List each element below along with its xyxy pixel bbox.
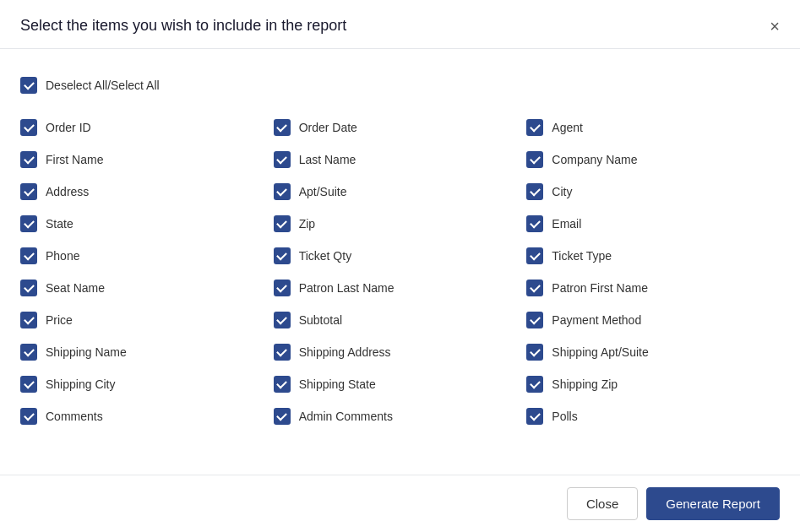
close-icon[interactable]: × [770, 18, 780, 35]
shipping-name-label: Shipping Name [46, 345, 127, 359]
shipping-city-label: Shipping City [46, 377, 116, 391]
checkbox-order-date-input[interactable] [274, 119, 291, 136]
zip-label: Zip [299, 217, 315, 231]
checkbox-comments-input[interactable] [20, 408, 37, 425]
generate-report-button[interactable]: Generate Report [646, 487, 780, 520]
checkbox-ticket-qty[interactable]: Ticket Qty [274, 240, 527, 272]
checkbox-shipping-address-input[interactable] [274, 344, 291, 361]
checkbox-order-id[interactable]: Order ID [20, 111, 274, 144]
shipping-state-label: Shipping State [299, 377, 376, 391]
shipping-apt-suite-label: Shipping Apt/Suite [552, 345, 648, 359]
checkbox-subtotal[interactable]: Subtotal [274, 304, 527, 336]
order-date-label: Order Date [299, 121, 357, 134]
checkbox-admin-comments[interactable]: Admin Comments [274, 400, 527, 432]
checkbox-subtotal-input[interactable] [274, 312, 291, 328]
checkbox-first-name[interactable]: First Name [20, 144, 274, 176]
modal-overlay: Select the items you wish to include in … [0, 0, 800, 532]
company-name-label: Company Name [552, 153, 637, 166]
apt-suite-label: Apt/Suite [299, 185, 347, 198]
address-label: Address [46, 185, 89, 198]
items-grid: Deselect All/Select All Order ID Order D… [20, 69, 780, 432]
checkbox-admin-comments-input[interactable] [274, 408, 291, 425]
seat-name-label: Seat Name [46, 281, 105, 295]
ticket-qty-label: Ticket Qty [299, 249, 352, 263]
checkbox-phone-input[interactable] [20, 247, 37, 264]
patron-first-name-label: Patron First Name [552, 281, 648, 295]
checkbox-payment-method[interactable]: Payment Method [526, 304, 780, 336]
checkbox-apt-suite-input[interactable] [274, 183, 291, 200]
checkbox-polls-input[interactable] [526, 408, 543, 425]
admin-comments-label: Admin Comments [299, 410, 393, 423]
agent-label: Agent [552, 121, 583, 134]
checkbox-shipping-state[interactable]: Shipping State [274, 368, 527, 400]
checkbox-email-input[interactable] [526, 215, 543, 232]
deselect-all-label: Deselect All/Select All [46, 79, 160, 92]
comments-label: Comments [46, 410, 103, 423]
checkbox-first-name-input[interactable] [20, 151, 37, 168]
modal: Select the items you wish to include in … [0, 0, 800, 532]
checkbox-deselect-all-input[interactable] [20, 77, 37, 94]
checkbox-ticket-type-input[interactable] [526, 247, 543, 264]
city-label: City [552, 185, 572, 198]
checkbox-shipping-zip[interactable]: Shipping Zip [526, 368, 780, 400]
checkbox-comments[interactable]: Comments [20, 400, 274, 432]
checkbox-patron-first-name-input[interactable] [526, 280, 543, 296]
checkbox-shipping-state-input[interactable] [274, 376, 291, 393]
checkbox-state[interactable]: State [20, 208, 274, 240]
order-id-label: Order ID [46, 121, 91, 134]
state-label: State [46, 217, 73, 231]
checkbox-agent[interactable]: Agent [526, 111, 780, 144]
checkbox-price[interactable]: Price [20, 304, 274, 336]
ticket-type-label: Ticket Type [552, 249, 612, 263]
checkbox-company-name-input[interactable] [526, 151, 543, 168]
checkbox-patron-first-name[interactable]: Patron First Name [526, 272, 780, 304]
checkbox-polls[interactable]: Polls [526, 400, 780, 432]
email-label: Email [552, 217, 581, 231]
checkbox-apt-suite[interactable]: Apt/Suite [274, 176, 527, 208]
checkbox-order-id-input[interactable] [20, 119, 37, 136]
checkbox-email[interactable]: Email [526, 208, 780, 240]
checkbox-seat-name-input[interactable] [20, 280, 37, 296]
first-name-label: First Name [46, 153, 103, 166]
checkbox-zip-input[interactable] [274, 215, 291, 232]
checkbox-shipping-city-input[interactable] [20, 376, 37, 393]
checkbox-price-input[interactable] [20, 312, 37, 328]
checkbox-shipping-zip-input[interactable] [526, 376, 543, 393]
patron-last-name-label: Patron Last Name [299, 281, 395, 295]
close-button[interactable]: Close [567, 487, 638, 520]
checkbox-seat-name[interactable]: Seat Name [20, 272, 274, 304]
checkbox-ticket-qty-input[interactable] [274, 247, 291, 264]
checkbox-last-name[interactable]: Last Name [274, 144, 527, 176]
checkbox-shipping-name-input[interactable] [20, 344, 37, 361]
checkbox-address-input[interactable] [20, 183, 37, 200]
checkbox-patron-last-name[interactable]: Patron Last Name [274, 272, 527, 304]
modal-body: Deselect All/Select All Order ID Order D… [0, 49, 800, 475]
checkbox-phone[interactable]: Phone [20, 240, 274, 272]
payment-method-label: Payment Method [552, 313, 641, 327]
checkbox-zip[interactable]: Zip [274, 208, 527, 240]
checkbox-shipping-apt-suite-input[interactable] [526, 344, 543, 361]
shipping-zip-label: Shipping Zip [552, 377, 618, 391]
checkbox-city[interactable]: City [526, 176, 780, 208]
checkbox-shipping-city[interactable]: Shipping City [20, 368, 274, 400]
checkbox-city-input[interactable] [526, 183, 543, 200]
polls-label: Polls [552, 410, 577, 423]
modal-header: Select the items you wish to include in … [0, 0, 800, 49]
checkbox-agent-input[interactable] [526, 119, 543, 136]
price-label: Price [46, 313, 73, 327]
checkbox-last-name-input[interactable] [274, 151, 291, 168]
checkbox-order-date[interactable]: Order Date [274, 111, 527, 144]
checkbox-payment-method-input[interactable] [526, 312, 543, 328]
subtotal-label: Subtotal [299, 313, 342, 327]
shipping-address-label: Shipping Address [299, 345, 391, 359]
checkbox-shipping-name[interactable]: Shipping Name [20, 336, 274, 368]
checkbox-ticket-type[interactable]: Ticket Type [526, 240, 780, 272]
checkbox-shipping-apt-suite[interactable]: Shipping Apt/Suite [526, 336, 780, 368]
checkbox-address[interactable]: Address [20, 176, 274, 208]
checkbox-patron-last-name-input[interactable] [274, 280, 291, 296]
checkbox-shipping-address[interactable]: Shipping Address [274, 336, 527, 368]
checkbox-deselect-all[interactable]: Deselect All/Select All [20, 69, 780, 101]
checkbox-company-name[interactable]: Company Name [526, 144, 780, 176]
checkbox-state-input[interactable] [20, 215, 37, 232]
select-all-row: Deselect All/Select All [20, 69, 780, 101]
